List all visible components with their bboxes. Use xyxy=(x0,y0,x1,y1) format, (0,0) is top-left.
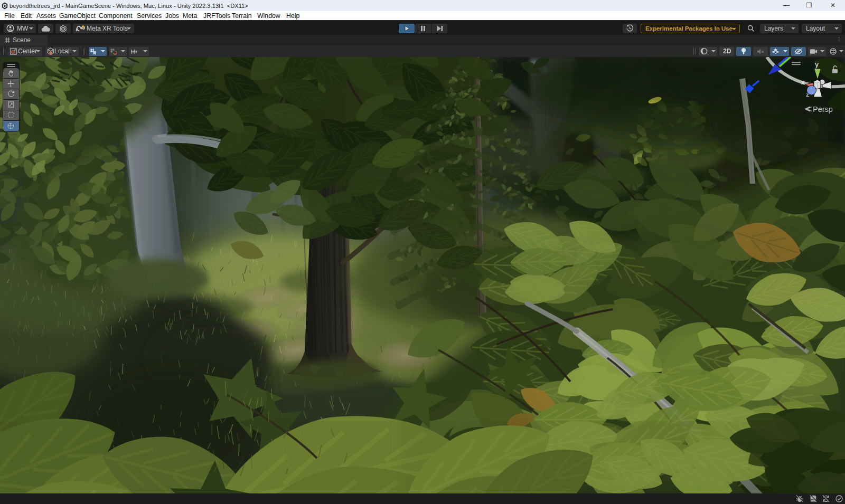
svg-text:Persp: Persp xyxy=(813,105,833,113)
svg-text:y: y xyxy=(815,60,819,69)
svg-text:x: x xyxy=(801,78,805,86)
